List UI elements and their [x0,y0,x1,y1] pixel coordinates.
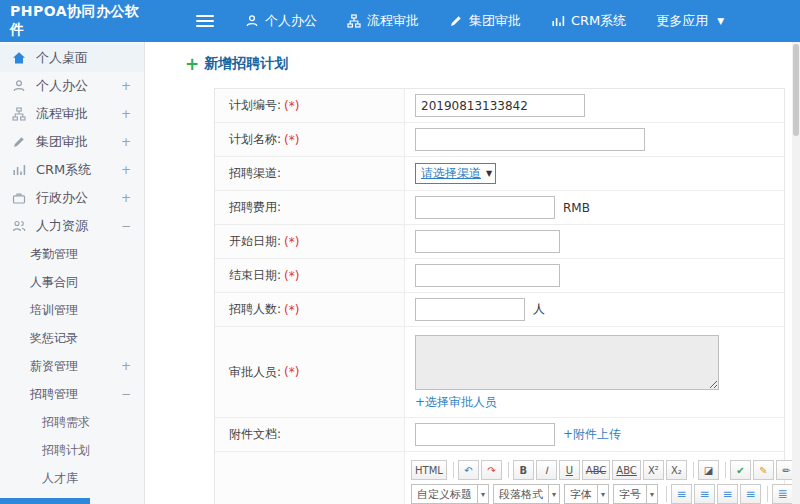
align-left-icon[interactable]: ≡ [671,484,692,504]
channel-select[interactable]: 请选择渠道 ▼ [415,163,496,184]
hamburger-menu-icon[interactable] [196,12,214,30]
sidebar-item-recruitment-plan[interactable]: 招聘计划 [0,436,144,464]
sidebar-item-personal-desktop[interactable]: 个人桌面 [0,44,144,72]
attachment-input[interactable] [415,423,555,446]
font-size-dropdown[interactable]: 字号 ▾ [613,484,658,504]
page-title-text: 新增招聘计划 [204,55,288,73]
html-source-button[interactable]: HTML [411,460,447,480]
align-center-icon[interactable]: ≡ [694,484,715,504]
nav-workflow-approval[interactable]: 流程审批 [332,0,434,42]
editor-toolbar-row-1: HTML ↶ ↷ B I U ABC ABC X² X₂ ◪ [411,460,800,480]
unit-suffix: 人 [533,301,545,318]
nav-label: 流程审批 [367,12,419,30]
collapse-toggle[interactable]: − [121,219,131,233]
nav-crm-system[interactable]: CRM系统 [536,0,641,42]
plan-name-input[interactable] [415,128,645,151]
cost-input[interactable] [415,196,555,219]
align-justify-icon[interactable]: ≡ [740,484,761,504]
sidebar-item-workflow-approval[interactable]: 流程审批 + [0,100,144,128]
undo-icon[interactable]: ↶ [458,460,479,480]
sidebar-item-label: 人力资源 [36,217,88,235]
expand-toggle[interactable]: + [121,79,131,93]
align-right-icon[interactable]: ≡ [717,484,738,504]
users-icon [12,219,28,233]
sidebar-item-attendance-mgmt[interactable]: 考勤管理 [0,240,144,268]
double-underline-button[interactable]: ABC [612,460,641,480]
bold-button[interactable]: B [513,460,534,480]
chart-icon [12,163,28,177]
start-date-input[interactable] [415,230,560,253]
underline-button[interactable]: U [559,460,580,480]
sidebar-item-crm-system[interactable]: CRM系统 + [0,156,144,184]
caret-down-icon: ▾ [477,485,488,503]
superscript-button[interactable]: X² [643,460,664,480]
form-row-channel: 招聘渠道: 请选择渠道 ▼ [215,157,784,191]
label-text: 招聘渠道: [229,165,281,182]
sidebar-item-salary-mgmt[interactable]: 薪资管理 + [0,352,144,380]
sidebar-item-recruitment-needs[interactable]: 招聘需求 [0,408,144,436]
home-icon [12,51,28,65]
field-cell: RMB [405,191,784,224]
subscript-button[interactable]: X₂ [666,460,687,480]
field-cell [405,225,784,258]
richtext-editor: HTML ↶ ↷ B I U ABC ABC X² X₂ ◪ [405,452,800,504]
sidebar-item-group-approval[interactable]: 集团审批 + [0,128,144,156]
nav-more-apps[interactable]: 更多应用 ▼ [641,0,739,42]
form-row-headcount: 招聘人数: (*) 人 [215,293,784,327]
sidebar-item-personnel-contract[interactable]: 人事合同 [0,268,144,296]
nav-group-approval[interactable]: 集团审批 [434,0,536,42]
expand-toggle[interactable]: + [121,107,131,121]
top-nav: 个人办公 流程审批 集团审批 CRM系统 更多应用 ▼ [230,0,739,42]
attachment-upload-link[interactable]: +附件上传 [563,426,621,443]
approvers-textarea[interactable] [415,335,719,390]
end-date-input[interactable] [415,264,560,287]
redo-icon[interactable]: ↷ [481,460,502,480]
field-label: 审批人员: (*) [215,327,405,417]
edit-icon [12,135,28,149]
nav-label: CRM系统 [571,12,626,30]
sidebar-item-label: 人才库 [42,470,78,487]
form-row-plan-name: 计划名称: (*) [215,123,784,157]
italic-button[interactable]: I [536,460,557,480]
expand-toggle[interactable]: + [121,191,131,205]
nav-personal-office[interactable]: 个人办公 [230,0,332,42]
font-family-dropdown[interactable]: 字体 ▾ [564,484,609,504]
sidebar-item-reward-records[interactable]: 奖惩记录 [0,324,144,352]
pencil-icon[interactable]: ✎ [753,460,774,480]
strikethrough-button[interactable]: ABC [582,460,611,480]
field-label: 招聘人数: (*) [215,293,405,326]
label-text: 招聘费用: [229,199,281,216]
sidebar-item-personal-office[interactable]: 个人办公 + [0,72,144,100]
vertical-scrollbar-track [792,42,800,504]
sidebar-item-training-mgmt[interactable]: 培训管理 [0,296,144,324]
toolbar-separator [508,462,509,478]
page-layout: 个人桌面 个人办公 + 流程审批 + 集团审批 + [0,42,800,504]
caret-down-icon: ▾ [597,485,608,503]
expand-toggle[interactable]: + [121,359,131,373]
caret-down-icon: ▾ [548,485,559,503]
sidebar-item-human-resources[interactable]: 人力资源 − [0,212,144,240]
sidebar-item-recruitment-mgmt[interactable]: 招聘管理 − [0,380,144,408]
sidebar-item-admin-office[interactable]: 行政办公 + [0,184,144,212]
sidebar-item-talent-pool[interactable]: 人才库 [0,464,144,492]
plan-number-input[interactable] [415,94,585,117]
label-text: 计划编号: [229,97,281,114]
paragraph-format-dropdown[interactable]: 段落格式 ▾ [493,484,560,504]
ordered-list-icon[interactable]: ≣ [772,484,793,504]
expand-toggle[interactable]: + [121,135,131,149]
select-approvers-link[interactable]: +选择审批人员 [415,394,497,411]
expand-toggle[interactable]: + [121,163,131,177]
eraser-icon[interactable]: ◪ [698,460,719,480]
spellcheck-icon[interactable]: ✔ [730,460,751,480]
collapse-toggle[interactable]: − [121,387,131,401]
label-text: 附件文档: [229,426,281,443]
nav-label: 个人办公 [265,12,317,30]
form-row-end-date: 结束日期: (*) [215,259,784,293]
toolbar-separator [693,462,694,478]
app-brand: PHPOA协同办公软件 [0,3,152,39]
vertical-scrollbar-thumb[interactable] [793,44,799,136]
custom-heading-dropdown[interactable]: 自定义标题 ▾ [411,484,489,504]
field-label: 结束日期: (*) [215,259,405,292]
headcount-input[interactable] [415,298,525,321]
field-cell: +选择审批人员 [405,327,784,417]
